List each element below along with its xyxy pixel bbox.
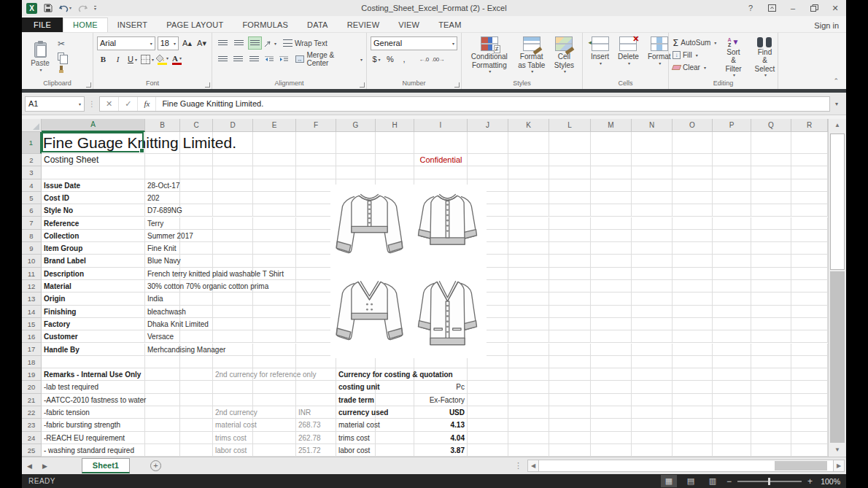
column-header-A[interactable]: A	[42, 119, 145, 132]
cell-B2[interactable]	[145, 154, 180, 166]
cell-M4[interactable]	[591, 179, 632, 192]
cell-D16[interactable]	[213, 330, 253, 343]
cell-Q16[interactable]	[751, 330, 791, 343]
number-dialog-launcher[interactable]	[454, 82, 460, 88]
delete-cells-button[interactable]: ✕ Delete▾	[613, 35, 643, 80]
cell-R15[interactable]	[791, 318, 828, 330]
cell-K17[interactable]	[508, 344, 549, 356]
cell-I3[interactable]	[414, 166, 468, 179]
cell-D6[interactable]	[213, 204, 253, 217]
cell-Q15[interactable]	[751, 318, 791, 330]
cell-E10[interactable]	[253, 255, 296, 267]
cell-K21[interactable]	[508, 394, 549, 406]
cell-C16[interactable]	[180, 330, 213, 343]
cell-P19[interactable]	[713, 368, 751, 381]
cell-F1[interactable]	[296, 132, 336, 154]
cell-O19[interactable]	[673, 368, 713, 381]
row-header-21[interactable]: 21	[22, 394, 42, 406]
cell-K5[interactable]	[508, 192, 549, 204]
cell-R25[interactable]	[791, 444, 828, 457]
page-layout-view-button[interactable]: ▤	[683, 475, 699, 487]
row-header-3[interactable]: 3	[22, 166, 42, 179]
cell-E1[interactable]	[253, 132, 296, 154]
cell-H20[interactable]	[376, 381, 414, 393]
cell-P16[interactable]	[713, 330, 751, 343]
insert-function-button[interactable]: fx	[138, 97, 156, 111]
cell-P7[interactable]	[713, 217, 751, 230]
scroll-right-arrow[interactable]: ▶	[833, 460, 845, 472]
cell-R6[interactable]	[791, 204, 828, 217]
top-align-button[interactable]	[216, 36, 230, 50]
find-select-button[interactable]: Find & Select▾	[751, 35, 780, 80]
cell-J19[interactable]	[468, 368, 508, 381]
cell-C2[interactable]	[180, 154, 213, 166]
cell-K15[interactable]	[508, 318, 549, 330]
row-header-12[interactable]: 12	[22, 280, 42, 293]
collapse-ribbon-button[interactable]: ⌃	[833, 77, 839, 85]
cell-K2[interactable]	[508, 154, 549, 166]
cell-N20[interactable]	[632, 381, 673, 393]
column-header-B[interactable]: B	[145, 119, 180, 132]
cell-E16[interactable]	[253, 330, 296, 343]
cell-O21[interactable]	[673, 394, 713, 406]
zoom-slider[interactable]	[737, 481, 802, 482]
wrap-text-button[interactable]: Wrap Text	[283, 39, 328, 47]
cell-H21[interactable]	[376, 394, 414, 406]
cell-L17[interactable]	[549, 344, 591, 356]
cell-B21[interactable]	[145, 394, 180, 406]
cell-K13[interactable]	[508, 293, 549, 305]
column-header-H[interactable]: H	[376, 119, 414, 132]
cell-H1[interactable]	[376, 132, 414, 154]
cell-O17[interactable]	[673, 344, 713, 356]
cell-L18[interactable]	[549, 356, 591, 368]
cell-L11[interactable]	[549, 268, 591, 280]
cell-J1[interactable]	[468, 132, 508, 154]
cell-C19[interactable]	[180, 368, 213, 381]
cell-E6[interactable]	[253, 204, 296, 217]
cell-K8[interactable]	[508, 230, 549, 242]
undo-button[interactable]: ▾	[59, 4, 71, 12]
insert-cells-button[interactable]: ◂ Insert▾	[586, 35, 613, 80]
cell-N18[interactable]	[632, 356, 673, 368]
cell-C3[interactable]	[180, 166, 213, 179]
row-header-23[interactable]: 23	[22, 419, 42, 431]
row-header-6[interactable]: 6	[22, 204, 42, 217]
cell-O7[interactable]	[673, 217, 713, 230]
tab-insert[interactable]: INSERT	[108, 18, 157, 32]
zoom-out-button[interactable]: −	[726, 476, 732, 487]
cell-D20[interactable]	[213, 381, 253, 393]
cell-Q13[interactable]	[751, 293, 791, 305]
cell-L7[interactable]	[549, 217, 591, 230]
cell-N12[interactable]	[632, 280, 673, 293]
cell-O6[interactable]	[673, 204, 713, 217]
cell-Q20[interactable]	[751, 381, 791, 393]
cell-O12[interactable]	[673, 280, 713, 293]
cell-E21[interactable]	[253, 394, 296, 406]
cell-K22[interactable]	[508, 406, 549, 419]
cell-D21[interactable]	[213, 394, 253, 406]
cell-F21[interactable]	[296, 394, 336, 406]
cell-E17[interactable]	[253, 344, 296, 356]
cell-K23[interactable]	[508, 419, 549, 431]
cell-E20[interactable]	[253, 381, 296, 393]
cell-F20[interactable]	[296, 381, 336, 393]
cell-H25[interactable]	[376, 444, 414, 457]
cell-B22[interactable]	[145, 406, 180, 419]
cell-D5[interactable]	[213, 192, 253, 204]
cell-R20[interactable]	[791, 381, 828, 393]
cell-R18[interactable]	[791, 356, 828, 368]
cell-Q21[interactable]	[751, 394, 791, 406]
enter-button[interactable]: ✓	[119, 97, 138, 111]
cell-O10[interactable]	[673, 255, 713, 267]
cell-J3[interactable]	[468, 166, 508, 179]
cell-N9[interactable]	[632, 242, 673, 255]
cell-P2[interactable]	[713, 154, 751, 166]
cell-R10[interactable]	[791, 255, 828, 267]
increase-decimal-button[interactable]: ←.0	[418, 53, 430, 66]
cell-R11[interactable]	[791, 268, 828, 280]
column-header-P[interactable]: P	[713, 119, 751, 132]
page-break-view-button[interactable]: ▥	[705, 475, 721, 487]
cell-P8[interactable]	[713, 230, 751, 242]
cell-L15[interactable]	[549, 318, 591, 330]
cell-P4[interactable]	[713, 179, 751, 192]
